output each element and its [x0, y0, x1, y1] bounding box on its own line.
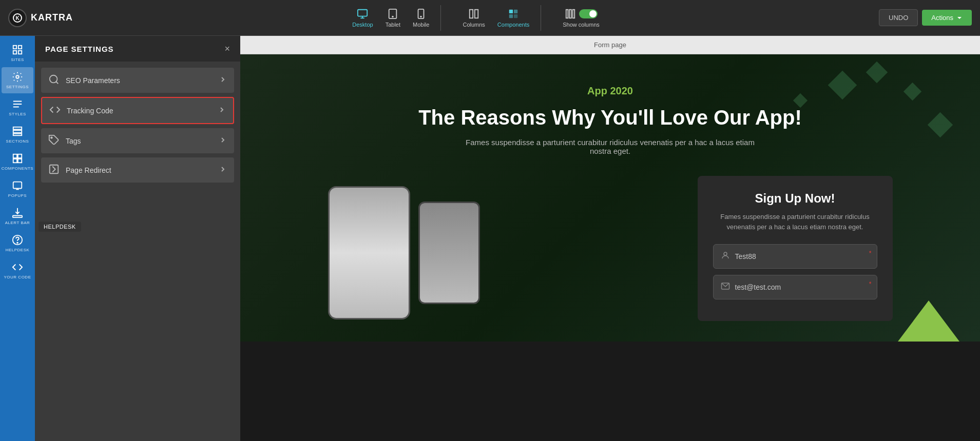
settings-header: PAGE SETTINGS × [35, 36, 240, 62]
seo-icon [48, 74, 60, 87]
seo-chevron-icon [219, 75, 227, 85]
tracking-chevron-icon [218, 106, 226, 115]
field-name-value: Test88 [735, 252, 756, 260]
popups-icon [12, 180, 23, 191]
sidebar-item-styles[interactable]: STYLES [2, 94, 33, 121]
tags-icon [48, 134, 60, 147]
canvas-content: App 2020 The Reasons Why You'll Love Our… [240, 54, 980, 441]
svg-rect-19 [18, 46, 22, 49]
svg-point-35 [51, 137, 52, 138]
sidebar-item-helpdesk[interactable]: HELPDESK Helpdesk [2, 230, 33, 256]
app-year: App 2020 [251, 85, 970, 97]
helpdesk-icon [12, 234, 23, 246]
svg-rect-16 [569, 9, 571, 18]
svg-rect-24 [13, 130, 22, 133]
layout-group: Columns Components [451, 5, 541, 31]
canvas-area: Form page App 2020 The Reasons Why You'l… [240, 36, 980, 441]
device-mockup [328, 176, 687, 319]
field-email-value: test@test.com [735, 283, 781, 291]
svg-point-8 [420, 16, 421, 17]
columns-btn[interactable]: Columns [457, 5, 490, 31]
alert-bar-icon [12, 207, 23, 218]
alert-bar-label: ALERT BAR [5, 221, 30, 225]
sidebar-item-popups[interactable]: POPUPS [2, 176, 33, 202]
logo-text: KARTRA [31, 12, 73, 23]
sections-label: SECTIONS [6, 139, 29, 144]
phone-screen-2 [420, 203, 478, 303]
settings-close-button[interactable]: × [224, 44, 230, 53]
field-email-required: * [869, 280, 872, 288]
field-name-required: * [869, 250, 872, 257]
components-label: COMPONENTS [2, 166, 33, 171]
sidebar-item-components[interactable]: COMPONENTS [2, 149, 33, 175]
svg-rect-27 [18, 154, 22, 158]
svg-rect-2 [358, 9, 367, 16]
settings-panel: PAGE SETTINGS × SEO Parameters Tracking … [35, 36, 240, 441]
svg-rect-18 [13, 46, 16, 49]
svg-point-6 [392, 16, 393, 17]
hero-title: The Reasons Why You'll Love Our App! [251, 105, 970, 130]
sidebar-item-alert-bar[interactable]: ALERT BAR [2, 203, 33, 229]
phone-screen-1 [330, 188, 409, 318]
svg-rect-21 [18, 51, 22, 54]
tracking-icon [49, 104, 61, 117]
phone-device-1 [328, 186, 410, 319]
your-code-icon [12, 262, 23, 273]
settings-row-redirect[interactable]: Page Redirect [41, 157, 234, 183]
mobile-btn[interactable]: Mobile [408, 5, 434, 31]
svg-rect-12 [514, 9, 517, 13]
tablet-btn[interactable]: Tablet [380, 5, 406, 31]
settings-icon [12, 71, 23, 83]
settings-row-seo[interactable]: SEO Parameters [41, 68, 234, 93]
sidebar-item-sections[interactable]: SECTIONS [2, 122, 33, 148]
hero-section: App 2020 The Reasons Why You'll Love Our… [240, 54, 980, 342]
hero-subtitle: Fames suspendisse a parturient curabitur… [456, 138, 764, 155]
seo-row-label: SEO Parameters [66, 76, 213, 85]
styles-icon [12, 98, 23, 110]
components-btn[interactable]: Components [492, 5, 534, 31]
top-toolbar: K KARTRA Desktop Tablet Mobile Columns [0, 0, 980, 36]
sidebar-item-settings[interactable]: SETTINGS [2, 67, 33, 93]
toolbar-center: Desktop Tablet Mobile Columns Components [341, 5, 610, 31]
svg-rect-28 [13, 159, 17, 163]
logo-icon: K [8, 9, 27, 27]
settings-row-tracking[interactable]: Tracking Code [41, 97, 234, 124]
svg-rect-10 [475, 9, 478, 18]
svg-rect-13 [509, 14, 513, 17]
sidebar-item-your-code[interactable]: YOUR CODE [2, 257, 33, 284]
styles-label: STYLES [9, 112, 26, 116]
settings-body: SEO Parameters Tracking Code [35, 62, 240, 189]
show-columns-toggle[interactable] [579, 9, 598, 18]
svg-rect-9 [470, 9, 473, 18]
helpdesk-tooltip: Helpdesk [39, 222, 81, 232]
actions-button[interactable]: Actions [922, 10, 972, 26]
sections-icon [12, 126, 23, 137]
tags-row-label: Tags [66, 137, 213, 145]
svg-rect-11 [509, 9, 513, 13]
settings-row-tags[interactable]: Tags [41, 128, 234, 153]
svg-rect-25 [13, 134, 22, 136]
undo-button[interactable]: UNDO [879, 9, 918, 26]
svg-rect-29 [18, 159, 22, 163]
svg-rect-14 [514, 14, 517, 17]
settings-panel-title: PAGE SETTINGS [45, 45, 114, 53]
your-code-label: YOUR CODE [4, 275, 31, 279]
svg-point-37 [724, 252, 727, 255]
email-icon [721, 282, 730, 293]
svg-point-22 [16, 75, 19, 78]
svg-rect-26 [13, 154, 17, 158]
svg-rect-30 [13, 182, 22, 189]
svg-point-34 [50, 75, 57, 83]
signup-title: Sign Up Now! [713, 191, 877, 206]
sites-label: SITES [11, 57, 24, 62]
svg-point-33 [17, 243, 18, 244]
green-triangle-decoration [898, 300, 959, 342]
sidebar-item-sites[interactable]: SITES [2, 40, 33, 66]
left-sidebar: SITES SETTINGS STYLES SECTIONS COMPONENT… [0, 36, 35, 441]
show-columns-btn[interactable]: Show columns [558, 5, 605, 31]
desktop-btn[interactable]: Desktop [347, 5, 378, 31]
components-icon [12, 153, 23, 164]
svg-rect-20 [13, 51, 16, 54]
tracking-row-label: Tracking Code [67, 107, 212, 115]
svg-rect-36 [50, 165, 59, 174]
